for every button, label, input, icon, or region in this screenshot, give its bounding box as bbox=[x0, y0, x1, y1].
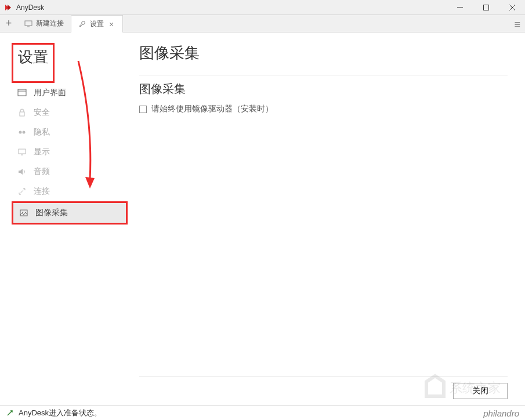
ui-icon bbox=[17, 88, 27, 97]
sidebar-item-label: 显示 bbox=[34, 147, 50, 157]
svg-rect-13 bbox=[19, 149, 26, 154]
checkbox-icon[interactable] bbox=[139, 106, 147, 113]
tab-label: 新建连接 bbox=[36, 19, 64, 28]
sidebar-item-label: 连接 bbox=[34, 186, 50, 197]
add-tab-button[interactable]: + bbox=[0, 15, 17, 32]
window-title: AnyDesk bbox=[16, 3, 447, 12]
highlight-box: 设置 bbox=[12, 43, 55, 83]
sidebar-item-capture[interactable]: 图像采集 bbox=[13, 203, 126, 223]
status-text: AnyDesk进入准备状态。 bbox=[19, 408, 102, 418]
image-icon bbox=[19, 208, 28, 218]
sidebar-item-audio[interactable]: 音频 bbox=[12, 162, 128, 182]
spacer bbox=[139, 114, 508, 376]
menu-button[interactable]: ≡ bbox=[514, 19, 520, 31]
minimize-button[interactable] bbox=[447, 0, 473, 15]
sidebar-title: 设置 bbox=[13, 45, 53, 70]
app-logo-icon bbox=[3, 3, 13, 12]
main-panel: 图像采集 图像采集 请始终使用镜像驱动器（安装时） 关闭 bbox=[133, 32, 525, 405]
tab-settings[interactable]: 设置 × bbox=[71, 15, 123, 32]
sidebar: 设置 用户界面 安全 隐私 显示 音频 连接 图像采集 bbox=[0, 32, 133, 405]
svg-rect-8 bbox=[18, 89, 26, 96]
speaker-icon bbox=[17, 167, 27, 176]
monitor-icon bbox=[24, 20, 32, 28]
sidebar-item-ui[interactable]: 用户界面 bbox=[12, 83, 128, 103]
svg-point-11 bbox=[19, 131, 22, 134]
close-button[interactable]: 关闭 bbox=[453, 383, 508, 399]
sidebar-item-display[interactable]: 显示 bbox=[12, 142, 128, 162]
connection-icon bbox=[17, 187, 27, 196]
titlebar: AnyDesk bbox=[0, 0, 525, 15]
section-title: 图像采集 bbox=[139, 75, 508, 97]
svg-point-12 bbox=[23, 131, 26, 134]
tab-new-connection[interactable]: 新建连接 bbox=[17, 16, 71, 32]
wrench-icon bbox=[78, 20, 86, 28]
sidebar-item-label: 用户界面 bbox=[34, 88, 66, 98]
svg-marker-1 bbox=[8, 5, 11, 10]
status-icon bbox=[6, 409, 14, 417]
button-row: 关闭 bbox=[139, 376, 508, 399]
window-controls bbox=[447, 0, 525, 15]
tab-label: 设置 bbox=[90, 19, 104, 29]
close-tab-icon[interactable]: × bbox=[107, 20, 115, 28]
sidebar-item-connection[interactable]: 连接 bbox=[12, 182, 128, 201]
close-window-button[interactable] bbox=[499, 0, 525, 15]
tabbar: + 新建连接 设置 × ≡ bbox=[0, 15, 525, 32]
content-area: 设置 用户界面 安全 隐私 显示 音频 连接 图像采集 bbox=[0, 32, 525, 405]
sidebar-item-security[interactable]: 安全 bbox=[12, 103, 128, 122]
checkbox-row[interactable]: 请始终使用镜像驱动器（安装时） bbox=[139, 104, 508, 114]
display-icon bbox=[17, 147, 27, 157]
brand-label: philandro bbox=[483, 408, 519, 418]
sidebar-item-label: 隐私 bbox=[34, 127, 50, 137]
checkbox-label: 请始终使用镜像驱动器（安装时） bbox=[151, 104, 273, 114]
svg-rect-10 bbox=[20, 112, 24, 116]
glasses-icon bbox=[17, 128, 27, 137]
statusbar: AnyDesk进入准备状态。 philandro bbox=[0, 405, 525, 420]
sidebar-item-label: 安全 bbox=[34, 107, 50, 118]
svg-rect-3 bbox=[483, 5, 488, 10]
sidebar-item-privacy[interactable]: 隐私 bbox=[12, 122, 128, 142]
page-title: 图像采集 bbox=[139, 43, 508, 63]
sidebar-item-label: 图像采集 bbox=[35, 208, 68, 218]
highlight-box: 图像采集 bbox=[12, 201, 128, 225]
svg-marker-15 bbox=[19, 169, 23, 175]
lock-icon bbox=[17, 108, 27, 117]
sidebar-item-label: 音频 bbox=[34, 166, 50, 177]
svg-rect-6 bbox=[25, 21, 32, 26]
maximize-button[interactable] bbox=[473, 0, 499, 15]
